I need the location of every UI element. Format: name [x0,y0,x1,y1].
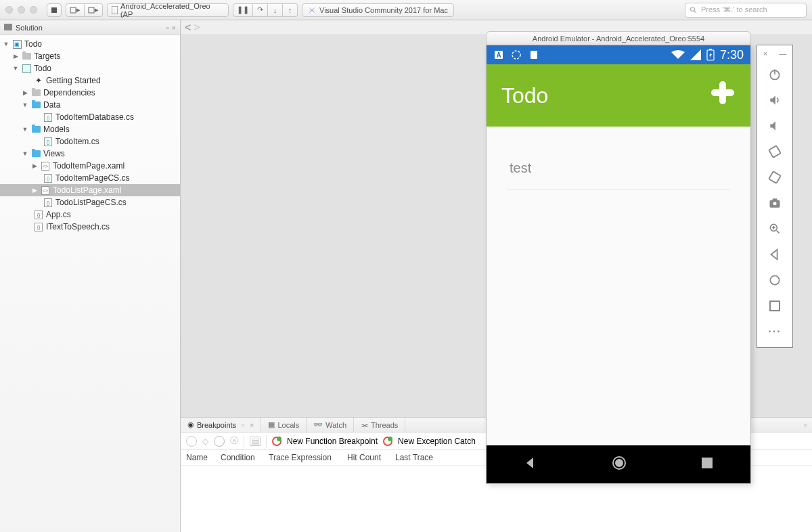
data-folder-node[interactable]: ▼Data [0,99,180,111]
nav-forward-button[interactable]: > [194,22,200,34]
more-options-button[interactable]: ··· [757,319,792,345]
svg-line-26 [777,231,780,234]
screenshot-button[interactable] [757,190,792,216]
new-exc-catch-button[interactable]: New Exception Catch [398,437,476,446]
step-into-button[interactable]: ↓ [268,3,283,17]
project-node[interactable]: ▼Todo [0,62,180,74]
file-todolistpage-xaml[interactable]: ▶<>TodoListPage.xaml [0,184,180,196]
emulator-home-button[interactable] [757,267,792,293]
file-app-cs[interactable]: ▶{}App.cs [0,208,180,221]
step-out-button[interactable]: ↑ [283,3,298,17]
tab-locals[interactable]: ▦ Locals [261,418,307,432]
bp-props-icon[interactable]: ▤ [250,437,261,446]
config-platform-button[interactable]: ▸ [85,3,103,17]
bp-delete-icon[interactable]: ⓧ [230,435,238,447]
models-folder-node[interactable]: ▼Models [0,123,180,135]
zoom-button[interactable] [757,216,792,242]
file-label: TodoItemPageCS.cs [55,173,129,183]
new-func-bp-icon [272,437,281,446]
solution-node[interactable]: ▼▣Todo [0,38,180,50]
emulator-title-bar[interactable]: Android Emulator - Android_Accelerated_O… [486,31,751,45]
dependencies-node[interactable]: ▶Dependencies [0,87,180,99]
nav-recent-button[interactable] [701,457,713,472]
volume-down-button[interactable] [757,113,792,139]
data-folder-label: Data [43,100,60,110]
emulator-minimize-icon[interactable]: — [779,49,786,58]
rotate-right-button[interactable] [757,164,792,190]
getting-started-node[interactable]: ▶✦Getting Started [0,74,180,87]
tab-undock-icon[interactable]: ▫ [242,421,244,429]
bp-action-icon[interactable]: ◇ [202,437,208,446]
app-title-pill: Visual Studio Community 2017 for Mac [302,3,454,17]
col-hit[interactable]: Hit Count [347,453,391,462]
svg-rect-21 [769,171,781,183]
add-button[interactable] [710,79,736,112]
svg-rect-30 [770,301,780,311]
file-tododb[interactable]: ▶{}TodoItemDatabase.cs [0,111,180,123]
svg-rect-6 [4,24,12,30]
device-target-dropdown[interactable]: Android_Accelerated_Oreo (AP [107,3,229,17]
nav-back-button[interactable]: < [185,22,191,34]
col-condition[interactable]: Condition [221,453,265,462]
volume-up-button[interactable] [757,87,792,113]
maximize-window-icon[interactable] [30,6,37,14]
watch-icon: 👓 [313,420,323,429]
targets-node[interactable]: ▶Targets [0,50,180,62]
app-title-label: Visual Studio Community 2017 for Mac [319,6,448,14]
file-todolistpage-cs[interactable]: ▶{}TodoListPageCS.cs [0,196,180,208]
pad-undock-icon[interactable]: ▫ [166,24,169,32]
toggle-all-bp-icon[interactable] [186,436,197,447]
emulator-close-icon[interactable]: × [763,49,767,58]
svg-rect-24 [773,198,777,200]
tab-watch[interactable]: 👓 Watch [307,418,354,432]
col-name[interactable]: Name [186,453,217,462]
nav-home-button[interactable] [611,455,627,474]
rotate-left-button[interactable] [757,139,792,164]
solution-pad: Solution ▫ × ▼▣Todo ▶Targets ▼Todo ▶✦Get… [0,20,181,532]
models-folder-label: Models [43,125,70,134]
pad-controls: ▫ × [166,24,176,32]
sd-card-icon [528,49,539,60]
new-func-bp-button[interactable]: New Function Breakpoint [287,437,378,446]
col-trace[interactable]: Trace Expression [269,453,343,462]
views-folder-node[interactable]: ▼Views [0,148,180,160]
solution-tree: ▼▣Todo ▶Targets ▼Todo ▶✦Getting Started … [0,35,180,532]
nav-back-button[interactable] [524,456,537,472]
svg-rect-0 [51,7,57,13]
tab-threads[interactable]: ⫘ Threads [354,418,405,432]
step-over-button[interactable]: ↷ [253,3,268,17]
svg-line-5 [694,10,696,12]
pause-button[interactable]: ❚❚ [233,3,253,17]
traffic-lights [5,6,37,14]
file-label: ITextToSpeech.cs [46,222,110,231]
project-label: Todo [34,64,51,73]
new-exc-bp-icon [383,437,392,446]
tab-close-icon[interactable]: × [250,421,254,429]
file-todoitem[interactable]: ▶{}TodoItem.cs [0,135,180,148]
battery-icon [706,49,715,61]
config-debug-button[interactable]: ▸ [66,3,85,17]
pad-close-icon[interactable]: × [172,24,176,32]
bp-enable-icon[interactable] [214,436,225,447]
tab-breakpoints[interactable]: ◉ Breakpoints ▫ × [181,418,261,432]
android-nav-bar [487,445,750,483]
col-last[interactable]: Last Trace [395,453,446,462]
file-todoitempage-cs[interactable]: ▶{}TodoItemPageCS.cs [0,172,180,184]
solution-label: Todo [24,39,42,49]
play-button[interactable] [47,3,62,17]
emulator-back-button[interactable] [757,242,792,267]
tab-label: Breakpoints [197,421,236,429]
emulator-screen: A 7:30 Todo test [486,45,751,484]
list-item[interactable]: test [507,147,730,190]
emulator-overview-button[interactable] [757,293,792,319]
file-itext-cs[interactable]: ▶{}ITextToSpeech.cs [0,221,180,233]
minimize-window-icon[interactable] [18,6,25,14]
close-window-icon[interactable] [5,6,13,14]
global-search-input[interactable]: Press '⌘.' to search [685,3,807,18]
file-todoitempage-xaml[interactable]: ▶<>TodoItemPage.xaml [0,160,180,172]
panel-pin-icon[interactable]: ▫ [798,418,812,432]
power-button[interactable] [757,62,792,87]
file-label: App.cs [46,210,71,219]
svg-text:A: A [496,51,501,59]
folder-icon [4,24,12,32]
